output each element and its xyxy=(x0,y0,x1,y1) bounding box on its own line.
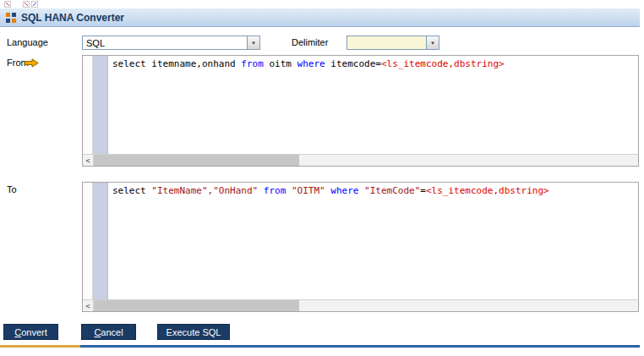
from-editor-hscrollbar[interactable]: < xyxy=(83,154,638,166)
to-editor-hscrollbar[interactable]: < xyxy=(83,299,638,311)
to-editor-body: select "ItemName","OnHand" from "OITM" w… xyxy=(83,183,638,299)
code-segment: oitm xyxy=(264,58,297,69)
bottom-accent-bar xyxy=(0,345,640,348)
to-editor-left-scrollbar[interactable] xyxy=(83,183,93,299)
delimiter-label: Delimiter xyxy=(292,37,328,47)
screen: { "titlebar": { "title": "SQL HANA Conve… xyxy=(0,0,644,356)
code-segment: where xyxy=(330,185,358,196)
code-segment: "OITM" xyxy=(292,185,325,196)
broken-image-icon xyxy=(31,1,38,8)
language-dropdown[interactable]: SQL ▼ xyxy=(82,36,260,50)
cancel-button[interactable]: Cancel xyxy=(81,324,136,340)
from-editor-body: select itemname,onhand from oitm where i… xyxy=(83,56,638,154)
chevron-down-icon[interactable]: ▼ xyxy=(247,36,259,49)
code-segment: <ls_itemcode,dbstring> xyxy=(426,185,549,196)
scrollbar-thumb[interactable] xyxy=(94,155,299,166)
code-segment xyxy=(286,185,292,196)
to-label: To xyxy=(7,184,17,194)
from-editor-left-scrollbar[interactable] xyxy=(83,56,93,154)
convert-button[interactable]: Convert xyxy=(3,324,58,340)
to-sql-text[interactable]: select "ItemName","OnHand" from "OITM" w… xyxy=(108,183,638,299)
execute-sql-button[interactable]: Execute SQL xyxy=(157,324,230,340)
window-titlebar[interactable]: SQL HANA Converter xyxy=(0,8,640,27)
scrollbar-thumb[interactable] xyxy=(94,300,299,311)
to-code-editor[interactable]: select "ItemName","OnHand" from "OITM" w… xyxy=(82,182,639,312)
code-segment: select xyxy=(112,185,151,196)
bottom-accent-gold xyxy=(0,345,80,348)
code-segment: where xyxy=(297,58,325,69)
app-icon xyxy=(6,13,16,23)
language-selected-value: SQL xyxy=(83,38,247,48)
code-segment: = xyxy=(420,185,426,196)
code-segment: select itemname,onhand xyxy=(112,58,241,69)
scroll-left-icon[interactable]: < xyxy=(83,300,94,311)
bottom-accent-blue xyxy=(80,345,640,348)
from-sql-text[interactable]: select itemname,onhand from oitm where i… xyxy=(108,56,638,154)
chevron-down-icon[interactable]: ▼ xyxy=(426,36,439,49)
from-editor-margin xyxy=(93,56,108,154)
code-segment: from xyxy=(241,58,264,69)
to-editor-margin xyxy=(93,183,108,299)
broken-image-icon xyxy=(23,1,30,8)
code-segment xyxy=(258,185,264,196)
from-code-editor[interactable]: select itemname,onhand from oitm where i… xyxy=(82,55,639,167)
code-segment: itemcode= xyxy=(325,58,381,69)
language-label: Language xyxy=(7,37,48,47)
broken-image-icon xyxy=(4,1,11,8)
yellow-arrow-icon xyxy=(25,58,39,68)
code-segment: "ItemName","OnHand" xyxy=(151,185,258,196)
delimiter-dropdown[interactable]: ▼ xyxy=(347,36,439,50)
scroll-left-icon[interactable]: < xyxy=(83,155,94,166)
code-segment: "ItemCode" xyxy=(364,185,420,196)
code-segment: <ls_itemcode,dbstring> xyxy=(381,58,505,69)
window-title: SQL HANA Converter xyxy=(21,12,124,24)
code-segment: from xyxy=(264,185,287,196)
